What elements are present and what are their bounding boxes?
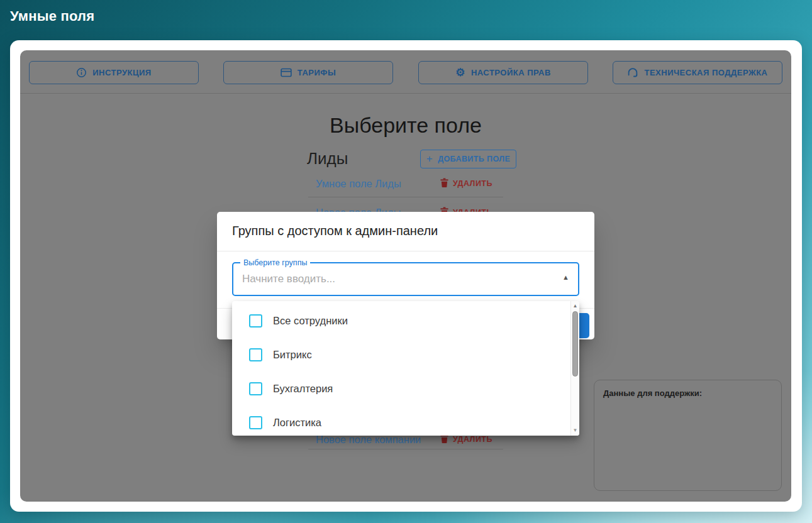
app-background: Умные поля ИНСТРУКЦИЯ ТАРИФЫ [0,0,812,523]
gear-icon: ⚙ [455,67,465,78]
option-label: Все сотрудники [273,315,348,327]
row-divider [308,197,503,197]
option-logistics[interactable]: Логистика [232,413,570,432]
groups-search-input[interactable] [233,263,578,295]
option-label: Логистика [273,417,321,429]
checkbox-icon[interactable] [249,416,262,429]
instruction-label: ИНСТРУКЦИЯ [92,68,151,77]
option-bitrix[interactable]: Битрикс [232,345,570,364]
option-all-employees[interactable]: Все сотрудники [232,311,570,330]
tariffs-button[interactable]: ТАРИФЫ [223,61,393,84]
dropdown-scrollbar[interactable]: ▲ ▼ [570,301,579,436]
section-title-leads: Лиды [307,149,348,168]
groups-dropdown: Все сотрудники Битрикс Бухгалтерия Логис… [232,301,579,436]
permissions-button[interactable]: ⚙ НАСТРОЙКА ПРАВ [418,61,588,84]
page-title: Умные поля [10,8,94,25]
delete-label: УДАЛИТЬ [453,435,492,444]
scrollbar-thumb[interactable] [572,311,578,377]
content-heading: Выберите поле [248,113,563,138]
scroll-up-icon[interactable]: ▲ [571,303,579,309]
checkbox-icon[interactable] [249,348,262,361]
option-label: Бухгалтерия [273,383,333,395]
tariffs-label: ТАРИФЫ [298,68,336,77]
support-button[interactable]: ТЕХНИЧЕСКАЯ ПОДДЕРЖКА [613,61,782,84]
toolbar-divider [20,93,791,94]
card-icon [281,68,292,77]
plus-icon: + [426,153,433,164]
option-accounting[interactable]: Бухгалтерия [232,379,570,398]
checkbox-icon[interactable] [249,382,262,395]
support-data-box: Данные для поддержки: [594,380,782,491]
groups-select-field: Выберите группы ▲ [232,262,579,296]
headset-icon [627,67,638,78]
delete-field-button[interactable]: УДАЛИТЬ [440,178,492,189]
modal-title: Группы с доступом к админ-панели [232,224,438,238]
checkbox-icon[interactable] [249,314,262,328]
row-divider [308,449,503,449]
instruction-button[interactable]: ИНСТРУКЦИЯ [29,61,199,84]
add-field-button[interactable]: + ДОБАВИТЬ ПОЛЕ [420,150,516,168]
option-label: Битрикс [273,349,312,361]
support-label: ТЕХНИЧЕСКАЯ ПОДДЕРЖКА [644,68,767,77]
trash-icon [440,178,448,189]
permissions-label: НАСТРОЙКА ПРАВ [471,68,551,77]
support-data-title: Данные для поддержки: [603,388,772,398]
modal-divider [217,251,594,251]
scroll-down-icon[interactable]: ▼ [571,427,579,434]
chevron-up-icon[interactable]: ▲ [562,274,569,281]
info-icon [76,67,87,78]
delete-label: УДАЛИТЬ [453,179,492,188]
add-field-label: ДОБАВИТЬ ПОЛЕ [438,155,510,163]
field-link-smart-leads[interactable]: Умное поле Лиды [308,178,401,190]
field-row: Умное поле Лиды УДАЛИТЬ [308,174,503,193]
